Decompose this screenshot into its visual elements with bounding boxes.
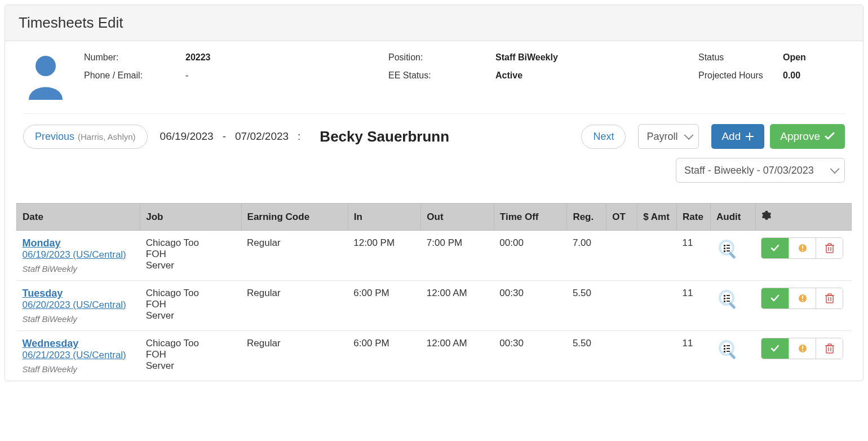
avatar <box>23 52 68 100</box>
row-warning-button[interactable] <box>789 238 816 258</box>
cell-out: 12:00 AM <box>421 331 494 381</box>
period-select[interactable]: Staff - Biweekly - 07/03/2023 <box>676 158 845 183</box>
row-delete-button[interactable] <box>816 338 843 359</box>
th-in: In <box>348 204 421 231</box>
row-delete-button[interactable] <box>816 288 843 308</box>
cell-ot <box>606 331 637 381</box>
row-delete-button[interactable] <box>816 238 843 258</box>
cell-timeoff: 00:30 <box>494 281 567 331</box>
svg-rect-11 <box>802 245 803 249</box>
svg-rect-4 <box>727 245 730 246</box>
svg-rect-45 <box>802 346 803 349</box>
th-job: Job <box>140 204 241 231</box>
approve-button[interactable]: Approve <box>770 124 845 149</box>
projected-label: Projected Hours <box>698 70 783 81</box>
date-link[interactable]: 06/20/2023 (US/Central) <box>23 299 126 310</box>
cell-in: 12:00 PM <box>348 231 421 281</box>
number-label: Number: <box>84 52 185 63</box>
day-link[interactable]: Tuesday <box>23 288 63 299</box>
check-icon <box>825 131 835 142</box>
cell-job: Chicago TooFOHServer <box>140 331 241 381</box>
position-value: Staff BiWeekly <box>495 52 698 63</box>
action-buttons: Add Approve <box>711 124 845 149</box>
svg-rect-23 <box>727 298 730 299</box>
th-timeoff: Time Off <box>494 204 567 231</box>
audit-icon[interactable] <box>716 237 740 261</box>
cell-earning: Regular <box>241 331 348 381</box>
th-earning: Earning Code <box>241 204 348 231</box>
day-link[interactable]: Wednesday <box>23 338 79 349</box>
date-link[interactable]: 06/21/2023 (US/Central) <box>23 350 126 360</box>
range-colon: : <box>298 130 300 143</box>
cell-in: 6:00 PM <box>348 331 421 381</box>
row-approve-button[interactable] <box>761 238 789 258</box>
th-rate: Rate <box>677 204 711 231</box>
svg-rect-41 <box>724 351 725 352</box>
th-amt: $ Amt <box>637 204 677 231</box>
gear-icon <box>761 210 772 220</box>
ee-status-value: Active <box>495 70 698 81</box>
cell-ot <box>606 231 637 281</box>
svg-rect-47 <box>826 346 833 353</box>
cell-ot <box>606 281 637 331</box>
status-value: Open <box>783 52 839 63</box>
payroll-select-wrap: Payroll <box>638 124 699 149</box>
cell-earning: Regular <box>241 281 348 331</box>
svg-rect-37 <box>724 345 725 347</box>
cell-amt <box>637 231 677 281</box>
cell-rate: 11 <box>677 331 711 381</box>
status-label: Status <box>698 52 783 63</box>
cell-timeoff: 00:00 <box>494 231 567 281</box>
cell-job: Chicago TooFOHServer <box>140 231 241 281</box>
th-date: Date <box>17 204 140 231</box>
add-button[interactable]: Add <box>711 124 764 149</box>
svg-rect-29 <box>802 300 803 301</box>
svg-rect-13 <box>826 245 833 253</box>
period-row: Staff - Biweekly - 07/03/2023 <box>5 155 863 193</box>
row-warning-button[interactable] <box>789 338 816 359</box>
employee-name: Becky Sauerbrunn <box>320 128 449 145</box>
svg-rect-6 <box>727 248 730 249</box>
payroll-select[interactable]: Payroll <box>638 124 699 149</box>
cell-amt <box>637 281 677 331</box>
previous-button[interactable]: Previous (Harris, Ashlyn) <box>23 125 148 149</box>
svg-rect-30 <box>826 296 833 303</box>
nav-row: Previous (Harris, Ashlyn) 06/19/2023 - 0… <box>5 114 863 155</box>
table-row: Tuesday06/20/2023 (US/Central)Staff BiWe… <box>17 281 852 331</box>
audit-icon[interactable] <box>716 288 740 311</box>
svg-rect-5 <box>724 248 725 249</box>
date-sep: - <box>223 130 226 143</box>
row-approve-button[interactable] <box>761 288 789 308</box>
previous-label: Previous <box>35 131 74 143</box>
table-head: Date Job Earning Code In Out Time Off Re… <box>17 204 852 231</box>
audit-icon[interactable] <box>716 338 740 361</box>
person-icon <box>23 52 68 100</box>
phone-value: - <box>185 70 388 81</box>
svg-point-0 <box>36 56 56 76</box>
cell-rate: 11 <box>677 281 711 331</box>
position-label: Position: <box>388 52 495 63</box>
cell-in: 6:00 PM <box>348 281 421 331</box>
svg-rect-20 <box>724 295 725 297</box>
cell-out: 7:00 PM <box>421 231 494 281</box>
cell-reg: 7.00 <box>567 231 606 281</box>
date-link[interactable]: 06/19/2023 (US/Central) <box>23 249 126 260</box>
row-actions <box>761 288 843 309</box>
svg-rect-39 <box>724 348 725 350</box>
row-position: Staff BiWeekly <box>23 314 135 324</box>
th-audit: Audit <box>711 204 756 231</box>
svg-rect-3 <box>724 245 725 246</box>
plus-icon <box>745 132 754 141</box>
svg-rect-46 <box>802 350 803 351</box>
row-warning-button[interactable] <box>789 288 816 308</box>
svg-rect-40 <box>727 348 730 349</box>
period-select-wrap: Staff - Biweekly - 07/03/2023 <box>676 158 845 183</box>
day-link[interactable]: Monday <box>23 237 61 249</box>
cell-reg: 5.50 <box>567 281 606 331</box>
row-approve-button[interactable] <box>761 338 789 359</box>
svg-rect-38 <box>727 345 730 346</box>
panel-header: Timesheets Edit <box>5 5 863 41</box>
next-button[interactable]: Next <box>581 125 626 149</box>
cell-out: 12:00 AM <box>421 281 494 331</box>
th-ot: OT <box>606 204 637 231</box>
